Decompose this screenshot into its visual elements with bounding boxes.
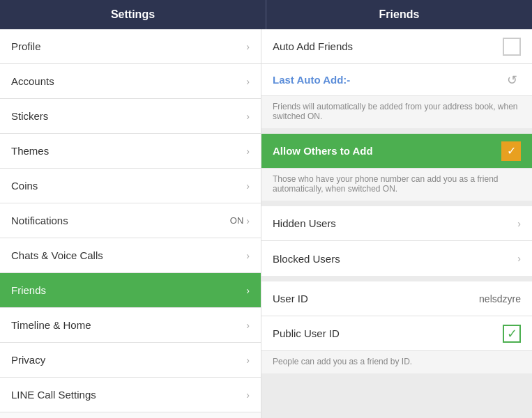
profile-label: Profile xyxy=(11,40,41,52)
blocked-users-label: Blocked Users xyxy=(273,253,340,265)
auto-add-label: Auto Add Friends xyxy=(273,40,353,52)
user-id-section: User ID nelsdzyre Public User ID ✓ Peopl… xyxy=(261,281,532,373)
left-menu: Profile › Accounts › Stickers › Themes ›… xyxy=(0,29,261,418)
chevron-right-icon: › xyxy=(246,41,250,52)
user-id-item[interactable]: User ID nelsdzyre xyxy=(261,281,532,316)
refresh-icon[interactable]: ↺ xyxy=(503,71,521,89)
chevron-right-icon: › xyxy=(246,180,250,192)
notifications-label: Notifications xyxy=(11,215,68,226)
chevron-right-icon: › xyxy=(246,76,250,87)
line-call-label: LINE Call Settings xyxy=(11,389,96,401)
header-friends: Friends xyxy=(266,0,532,29)
chevron-right-icon: › xyxy=(246,146,250,157)
right-panel: Auto Add Friends Last Auto Add:- ↺ Frien… xyxy=(261,29,532,418)
chevron-right-icon: › xyxy=(246,355,250,366)
public-user-id-item[interactable]: Public User ID ✓ xyxy=(261,316,532,351)
sidebar-item-line-call[interactable]: LINE Call Settings › xyxy=(0,378,261,412)
sidebar-item-privacy[interactable]: Privacy › xyxy=(0,343,261,378)
chevron-right-icon: › xyxy=(517,218,521,229)
users-section: Hidden Users › Blocked Users › xyxy=(261,206,532,276)
timeline-label: Timeline & Home xyxy=(11,319,91,331)
allow-others-label: Allow Others to Add xyxy=(273,145,373,157)
user-id-value: nelsdzyre xyxy=(479,293,521,304)
main-content: Profile › Accounts › Stickers › Themes ›… xyxy=(0,29,532,418)
public-user-id-description: People can add you as a friend by ID. xyxy=(261,351,532,373)
last-auto-add-item[interactable]: Last Auto Add:- ↺ xyxy=(261,64,532,96)
allow-others-description: Those who have your phone number can add… xyxy=(261,169,532,201)
user-id-label: User ID xyxy=(273,293,308,304)
chevron-right-icon: › xyxy=(246,250,250,261)
auto-add-description: Friends will automatically be added from… xyxy=(261,96,532,128)
sidebar-item-friends[interactable]: Friends › xyxy=(0,273,261,308)
sidebar-item-coins[interactable]: Coins › xyxy=(0,169,261,203)
sidebar-item-themes[interactable]: Themes › xyxy=(0,134,261,169)
chats-label: Chats & Voice Calls xyxy=(11,249,103,261)
settings-title: Settings xyxy=(111,8,155,21)
last-auto-add-label: Last Auto Add:- xyxy=(273,74,350,86)
sidebar-item-notifications[interactable]: Notifications ON › xyxy=(0,203,261,238)
allow-others-item[interactable]: Allow Others to Add ✓ xyxy=(261,134,532,169)
privacy-label: Privacy xyxy=(11,354,45,366)
themes-label: Themes xyxy=(11,145,49,157)
app-header: Settings Friends xyxy=(0,0,532,29)
chevron-right-icon: › xyxy=(246,285,250,296)
chevron-right-icon: › xyxy=(246,111,250,122)
sidebar-item-accounts[interactable]: Accounts › xyxy=(0,64,261,99)
auto-add-friends-item[interactable]: Auto Add Friends xyxy=(261,29,532,64)
chevron-right-icon: › xyxy=(246,389,250,401)
public-user-id-label: Public User ID xyxy=(273,327,340,339)
accounts-label: Accounts xyxy=(11,75,54,87)
coins-label: Coins xyxy=(11,180,38,192)
sidebar-item-stickers[interactable]: Stickers › xyxy=(0,99,261,134)
header-settings: Settings xyxy=(0,0,266,29)
auto-add-checkbox[interactable] xyxy=(503,38,521,56)
sidebar-item-profile[interactable]: Profile › xyxy=(0,29,261,64)
chevron-right-icon: › xyxy=(517,253,521,264)
friends-label: Friends xyxy=(11,284,46,296)
chevron-right-icon: › xyxy=(246,215,250,226)
notifications-right: ON › xyxy=(230,215,250,226)
allow-others-section: Allow Others to Add ✓ Those who have you… xyxy=(261,134,532,201)
chevron-right-icon: › xyxy=(246,320,250,331)
blocked-users-item[interactable]: Blocked Users › xyxy=(261,241,532,276)
friends-title: Friends xyxy=(379,8,420,21)
public-user-id-checkbox[interactable]: ✓ xyxy=(503,325,521,343)
allow-others-checkbox[interactable]: ✓ xyxy=(501,141,521,161)
stickers-label: Stickers xyxy=(11,110,48,122)
auto-add-section: Auto Add Friends Last Auto Add:- ↺ Frien… xyxy=(261,29,532,128)
sidebar-item-chats[interactable]: Chats & Voice Calls › xyxy=(0,238,261,273)
sidebar-item-timeline[interactable]: Timeline & Home › xyxy=(0,308,261,343)
hidden-users-item[interactable]: Hidden Users › xyxy=(261,206,532,241)
hidden-users-label: Hidden Users xyxy=(273,217,336,229)
notifications-badge: ON xyxy=(230,215,244,226)
